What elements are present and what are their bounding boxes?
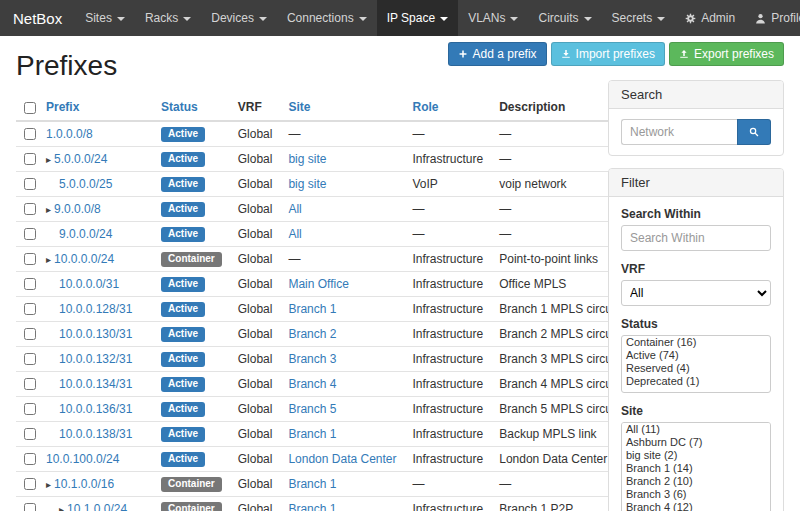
row-checkbox[interactable] <box>24 303 36 315</box>
site-link[interactable]: Branch 3 <box>288 352 336 366</box>
prefix-link[interactable]: 10.0.0.138/31 <box>59 427 132 441</box>
prefix-link[interactable]: 10.0.0.0/31 <box>59 277 119 291</box>
prefix-link[interactable]: 10.0.0.132/31 <box>59 352 132 366</box>
site-link[interactable]: Branch 1 <box>288 427 336 441</box>
site-link[interactable]: London Data Center <box>288 452 396 466</box>
prefix-link[interactable]: 9.0.0.0/24 <box>59 227 112 241</box>
status-listbox[interactable]: Container (16)Active (74)Reserved (4)Dep… <box>621 335 771 393</box>
nav-item-label: Circuits <box>538 11 578 25</box>
filter-option[interactable]: Branch 4 (12) <box>622 501 770 511</box>
table-row: 10.0.0.130/31ActiveGlobalBranch 2Infrast… <box>16 322 709 347</box>
prefix-link[interactable]: 10.0.0.130/31 <box>59 327 132 341</box>
import-prefixes-button[interactable]: Import prefixes <box>551 42 665 66</box>
search-button[interactable] <box>737 119 771 145</box>
site-link[interactable]: big site <box>288 177 326 191</box>
filter-option[interactable]: Ashburn DC (7) <box>622 436 770 449</box>
row-checkbox[interactable] <box>24 153 36 165</box>
site-link[interactable]: Branch 5 <box>288 402 336 416</box>
nav-item-ip-space[interactable]: IP Space <box>377 0 458 36</box>
select-all-checkbox[interactable] <box>24 102 36 114</box>
prefix-link[interactable]: 5.0.0.0/25 <box>59 177 112 191</box>
site-listbox[interactable]: All (11)Ashburn DC (7)big site (2)Branch… <box>621 422 771 511</box>
add-prefix-button[interactable]: Add a prefix <box>448 42 547 66</box>
site-link[interactable]: Branch 1 <box>288 502 336 511</box>
search-within-input[interactable] <box>621 225 771 251</box>
nav-item-sites[interactable]: Sites <box>75 0 135 36</box>
column-header-role[interactable]: Role <box>405 94 492 121</box>
nav-item-racks[interactable]: Racks <box>135 0 201 36</box>
filter-option[interactable]: Branch 1 (14) <box>622 462 770 475</box>
row-checkbox[interactable] <box>24 353 36 365</box>
export-prefixes-button[interactable]: Export prefixes <box>669 42 784 66</box>
site-link[interactable]: big site <box>288 152 326 166</box>
prefix-link[interactable]: 10.0.0.136/31 <box>59 402 132 416</box>
brand[interactable]: NetBox <box>0 0 75 36</box>
site-link[interactable]: All <box>288 202 301 216</box>
status-cell: Container <box>153 497 230 511</box>
expand-arrow-icon[interactable]: ▸ <box>59 504 64 511</box>
nav-item-vlans[interactable]: VLANs <box>458 0 528 36</box>
site-link[interactable]: Branch 1 <box>288 477 336 491</box>
vrf-cell: Global <box>230 347 281 372</box>
nav-item-connections[interactable]: Connections <box>277 0 377 36</box>
site-link[interactable]: Branch 1 <box>288 302 336 316</box>
table-row: 10.0.0.128/31ActiveGlobalBranch 1Infrast… <box>16 297 709 322</box>
vrf-select[interactable]: All <box>621 280 771 306</box>
prefix-link[interactable]: 10.0.0.128/31 <box>59 302 132 316</box>
filter-option[interactable]: Branch 3 (6) <box>622 488 770 501</box>
site-cell: — <box>280 121 404 147</box>
row-checkbox[interactable] <box>24 228 36 240</box>
role-cell: Infrastructure <box>405 347 492 372</box>
prefix-link[interactable]: 10.1.0.0/16 <box>54 477 114 491</box>
column-header-status[interactable]: Status <box>153 94 230 121</box>
row-checkbox[interactable] <box>24 278 36 290</box>
prefix-link[interactable]: 5.0.0.0/24 <box>54 152 107 166</box>
expand-arrow-icon[interactable]: ▸ <box>46 204 51 215</box>
row-checkbox[interactable] <box>24 253 36 265</box>
row-checkbox[interactable] <box>24 403 36 415</box>
filter-option[interactable]: Container (16) <box>622 336 770 349</box>
nav-item-circuits[interactable]: Circuits <box>528 0 601 36</box>
prefix-link[interactable]: 10.0.0.134/31 <box>59 377 132 391</box>
nav-item-admin[interactable]: Admin <box>675 0 745 36</box>
row-checkbox[interactable] <box>24 453 36 465</box>
row-checkbox[interactable] <box>24 203 36 215</box>
nav-item-devices[interactable]: Devices <box>201 0 277 36</box>
prefix-link[interactable]: 10.0.100.0/24 <box>46 452 119 466</box>
row-checkbox[interactable] <box>24 328 36 340</box>
prefix-link[interactable]: 1.0.0.0/8 <box>46 127 93 141</box>
expand-arrow-icon[interactable]: ▸ <box>46 479 51 490</box>
search-input[interactable] <box>621 119 737 145</box>
row-checkbox[interactable] <box>24 128 36 140</box>
nav-item-profile[interactable]: Profile <box>745 0 800 36</box>
filter-option[interactable]: Reserved (4) <box>622 362 770 375</box>
expand-arrow-icon[interactable]: ▸ <box>46 154 51 165</box>
status-cell: Active <box>153 372 230 397</box>
nav-item-secrets[interactable]: Secrets <box>602 0 676 36</box>
column-header-site[interactable]: Site <box>280 94 404 121</box>
row-checkbox[interactable] <box>24 378 36 390</box>
status-badge: Active <box>161 377 205 392</box>
filter-option[interactable]: big site (2) <box>622 449 770 462</box>
chevron-down-icon <box>584 17 592 21</box>
column-header-prefix[interactable]: Prefix <box>38 94 153 121</box>
filter-option[interactable]: Branch 2 (10) <box>622 475 770 488</box>
status-cell: Container <box>153 247 230 272</box>
site-link[interactable]: All <box>288 227 301 241</box>
prefix-link[interactable]: 9.0.0.0/8 <box>54 202 101 216</box>
expand-arrow-icon[interactable]: ▸ <box>46 254 51 265</box>
row-checkbox[interactable] <box>24 478 36 490</box>
prefix-link[interactable]: 10.0.0.0/24 <box>54 252 114 266</box>
row-checkbox[interactable] <box>24 178 36 190</box>
nav-item-label: Sites <box>85 11 112 25</box>
prefix-link[interactable]: 10.1.0.0/24 <box>67 502 127 511</box>
status-cell: Active <box>153 172 230 197</box>
site-link[interactable]: Branch 2 <box>288 327 336 341</box>
row-checkbox[interactable] <box>24 503 36 511</box>
filter-option[interactable]: Active (74) <box>622 349 770 362</box>
site-link[interactable]: Main Office <box>288 277 348 291</box>
row-checkbox[interactable] <box>24 428 36 440</box>
filter-option[interactable]: Deprecated (1) <box>622 375 770 388</box>
filter-option[interactable]: All (11) <box>622 423 770 436</box>
site-link[interactable]: Branch 4 <box>288 377 336 391</box>
